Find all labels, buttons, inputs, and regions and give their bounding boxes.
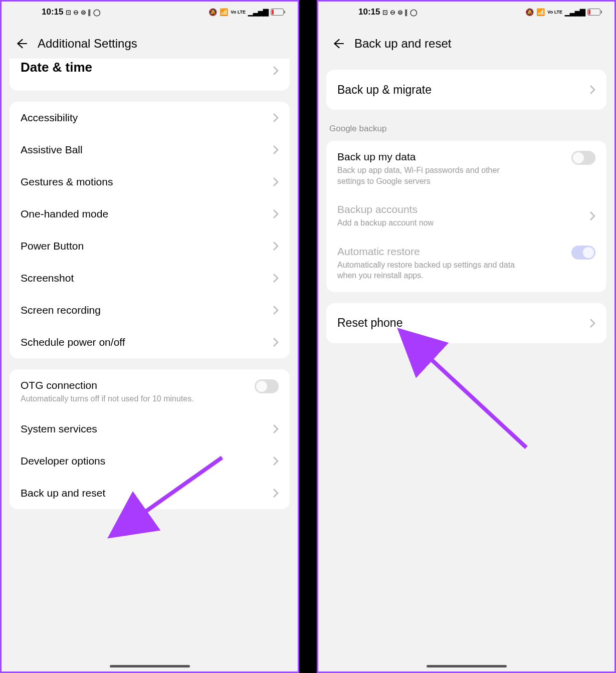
chevron-right-icon [589, 211, 595, 221]
battery-icon [271, 9, 284, 16]
signal-icon: ▁▃▅▇ [565, 8, 585, 16]
chevron-right-icon [273, 337, 279, 347]
card-reset: Reset phone [326, 303, 606, 343]
chevron-right-icon [273, 273, 279, 283]
chevron-right-icon [273, 66, 279, 76]
volte-icon: Vo LTE [231, 10, 246, 15]
row-reset-phone[interactable]: Reset phone [326, 303, 606, 343]
status-left-icons: ⊡ ⊖ ⊜ ‖ ◯ [382, 9, 417, 16]
screenshot-divider [299, 0, 317, 673]
automatic-restore-toggle[interactable] [571, 246, 595, 260]
wifi-icon: 📶 [536, 8, 545, 16]
chevron-right-icon [273, 305, 279, 315]
row-label: Date & time [21, 60, 92, 75]
row-date-time[interactable]: Date & time [10, 59, 290, 91]
row-label: Developer options [21, 455, 105, 467]
card-general: Accessibility Assistive Ball Gestures & … [10, 102, 290, 358]
back-button[interactable] [15, 37, 29, 51]
card-backup-migrate: Back up & migrate [326, 70, 606, 110]
row-subtitle: Automatically restore backed up settings… [337, 260, 528, 281]
home-indicator[interactable] [427, 665, 507, 667]
row-label: Back up my data [337, 151, 571, 163]
signal-icon: ▁▃▅▇ [248, 8, 268, 16]
row-back-up-and-reset[interactable]: Back up and reset [10, 477, 290, 509]
row-label: Back up & migrate [337, 83, 432, 97]
silent-icon: 🔕 [209, 8, 217, 16]
row-automatic-restore[interactable]: Automatic restore Automatically restore … [326, 237, 606, 292]
silent-icon: 🔕 [525, 8, 534, 16]
chevron-right-icon [273, 209, 279, 219]
row-otg-connection[interactable]: OTG connection Automatically turns off i… [10, 369, 290, 413]
settings-list[interactable]: Back up & migrate Google backup Back up … [318, 70, 614, 343]
row-label: Assistive Ball [21, 144, 83, 156]
row-label: Power Button [21, 240, 84, 252]
screen-additional-settings: 10:15 ⊡ ⊖ ⊜ ‖ ◯ 🔕 📶 Vo LTE ▁▃▅▇ Addition… [0, 0, 299, 673]
row-power-button[interactable]: Power Button [10, 230, 290, 262]
row-label: System services [21, 423, 97, 435]
otg-toggle[interactable] [255, 379, 279, 393]
chevron-right-icon [589, 318, 595, 328]
row-label: Reset phone [337, 316, 402, 330]
row-label: Gestures & motions [21, 176, 113, 188]
row-system-services[interactable]: System services [10, 413, 290, 445]
status-bar: 10:15 ⊡ ⊖ ⊜ ‖ ◯ 🔕 📶 Vo LTE ▁▃▅▇ [2, 2, 298, 23]
row-label: Screen recording [21, 304, 101, 316]
row-label: Backup accounts [337, 203, 589, 215]
chevron-right-icon [589, 85, 595, 95]
chevron-right-icon [273, 456, 279, 466]
row-screen-recording[interactable]: Screen recording [10, 294, 290, 326]
status-left-icons: ⊡ ⊖ ⊜ ‖ ◯ [66, 9, 100, 16]
chevron-right-icon [273, 241, 279, 251]
row-label: Back up and reset [21, 487, 105, 499]
row-label: Accessibility [21, 112, 78, 124]
row-back-up-my-data[interactable]: Back up my data Back up app data, Wi-Fi … [326, 141, 606, 195]
row-subtitle: Add a backup account now [337, 217, 528, 229]
chevron-right-icon [273, 424, 279, 434]
status-bar: 10:15 ⊡ ⊖ ⊜ ‖ ◯ 🔕 📶 Vo LTE ▁▃▅▇ [318, 2, 614, 23]
settings-list[interactable]: Date & time Accessibility Assistive Ball… [2, 59, 298, 509]
section-header-google-backup: Google backup [326, 121, 606, 141]
back-button[interactable] [331, 37, 345, 51]
row-schedule-power[interactable]: Schedule power on/off [10, 326, 290, 358]
chevron-right-icon [273, 488, 279, 498]
row-accessibility[interactable]: Accessibility [10, 102, 290, 134]
row-developer-options[interactable]: Developer options [10, 445, 290, 477]
row-back-up-migrate[interactable]: Back up & migrate [326, 70, 606, 110]
status-time: 10:15 [358, 7, 380, 17]
screen-back-up-and-reset: 10:15 ⊡ ⊖ ⊜ ‖ ◯ 🔕 📶 Vo LTE ▁▃▅▇ Back up … [317, 0, 616, 673]
home-indicator[interactable] [110, 665, 190, 667]
chevron-right-icon [273, 177, 279, 187]
backup-my-data-toggle[interactable] [571, 151, 595, 165]
card-google-backup: Back up my data Back up app data, Wi-Fi … [326, 141, 606, 292]
chevron-right-icon [273, 113, 279, 123]
row-screenshot[interactable]: Screenshot [10, 262, 290, 294]
row-label: Automatic restore [337, 246, 571, 258]
card-datetime-partial: Date & time [10, 59, 290, 91]
battery-icon [587, 9, 600, 16]
status-time: 10:15 [42, 7, 63, 17]
row-label: One-handed mode [21, 208, 108, 220]
row-gestures-motions[interactable]: Gestures & motions [10, 166, 290, 198]
svg-line-1 [424, 352, 526, 447]
row-backup-accounts[interactable]: Backup accounts Add a backup account now [326, 195, 606, 237]
row-subtitle: Back up app data, Wi-Fi passwords and ot… [337, 165, 528, 186]
volte-icon: Vo LTE [547, 10, 562, 15]
row-subtitle: Automatically turns off if not used for … [21, 393, 211, 404]
chevron-right-icon [273, 145, 279, 155]
row-assistive-ball[interactable]: Assistive Ball [10, 134, 290, 166]
wifi-icon: 📶 [220, 8, 228, 16]
row-one-handed-mode[interactable]: One-handed mode [10, 198, 290, 230]
annotation-arrow-right [408, 332, 539, 465]
row-label: OTG connection [21, 379, 255, 391]
page-title: Additional Settings [38, 37, 137, 51]
app-header: Back up and reset [318, 23, 614, 65]
row-label: Schedule power on/off [21, 336, 125, 348]
row-label: Screenshot [21, 272, 74, 284]
page-title: Back up and reset [354, 37, 451, 51]
card-advanced: OTG connection Automatically turns off i… [10, 369, 290, 509]
